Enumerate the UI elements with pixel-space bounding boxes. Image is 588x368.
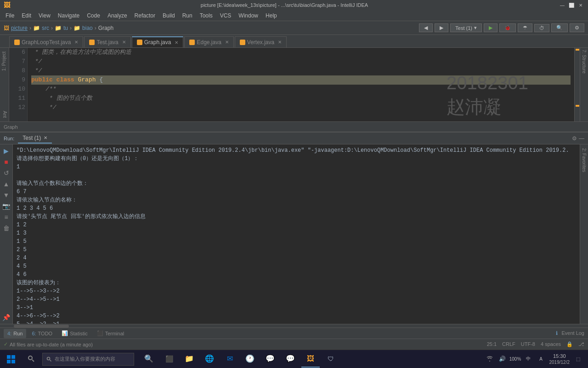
line-endings[interactable]: CRLF	[502, 341, 515, 347]
run-out-7: 1 2 3 4 5 6	[17, 204, 576, 213]
run-camera-button[interactable]: 📷	[2, 201, 11, 211]
tab-graph[interactable]: Graph.java ✕	[132, 36, 184, 47]
debug-button[interactable]: 🐞	[499, 23, 516, 32]
run-stop-button[interactable]: ■	[2, 157, 11, 167]
menu-help[interactable]: Help	[262, 12, 281, 20]
svg-rect-3	[11, 360, 15, 363]
window-controls: — ⬜ ✕	[559, 1, 584, 9]
menu-window[interactable]: Window	[235, 12, 262, 20]
menu-build[interactable]: Build	[159, 12, 179, 20]
security-icon: 🛡	[328, 355, 334, 362]
settings-button[interactable]: ⚙	[570, 23, 584, 32]
tab-close-graph[interactable]: ✕	[175, 40, 178, 45]
project-name[interactable]: picture	[11, 25, 28, 31]
favorites-panel[interactable]: 2: Favorites	[580, 144, 588, 324]
battery-level: 100%	[509, 356, 521, 362]
run-tab-test1[interactable]: Test (1) ✕	[18, 133, 52, 144]
bottom-tab-statistic[interactable]: 📊 Statistic	[58, 329, 91, 338]
run-forward-button[interactable]: ▶	[435, 23, 448, 32]
taskbar-intellij[interactable]: 🖼	[301, 351, 320, 368]
line-numbers: 6 7 8 9 10 11 12	[9, 48, 28, 121]
minimize-button[interactable]: —	[559, 1, 566, 9]
taskbar-wechat[interactable]: 💬	[281, 351, 300, 368]
start-button[interactable]	[2, 351, 20, 368]
search-everywhere-button[interactable]: 🔍	[551, 23, 568, 32]
menu-refactor[interactable]: Refactor	[131, 12, 159, 20]
code-editor[interactable]: * 图类，在构造方法中完成图的构造 */ */ public class Gra…	[28, 48, 574, 121]
menu-edit[interactable]: Edit	[18, 12, 35, 20]
taskbar-search-bar[interactable]: 在这里输入你要搜索的内容	[42, 353, 134, 366]
run-play-button[interactable]: ▶	[2, 146, 11, 155]
file-encoding[interactable]: UTF-8	[521, 341, 535, 347]
run-scroll-up-button[interactable]: ▲	[2, 179, 11, 189]
volume-icon[interactable]: 🔊	[498, 354, 507, 363]
ant-panel-label[interactable]: Ant	[0, 107, 9, 121]
bottom-tab-todo[interactable]: 6: TODO	[28, 329, 56, 338]
cursor-position[interactable]: 25:1	[487, 341, 497, 347]
tab-test[interactable]: Test.java ✕	[84, 36, 130, 47]
event-log-icon[interactable]: ℹ	[556, 330, 558, 336]
run-rerun-button[interactable]: ↺	[2, 168, 11, 178]
biao-name[interactable]: biao	[82, 25, 93, 31]
svg-point-6	[47, 357, 50, 360]
menu-code[interactable]: Code	[83, 12, 104, 20]
menu-analyze[interactable]: Analyze	[104, 12, 131, 20]
file-name[interactable]: Graph	[98, 25, 113, 31]
menu-view[interactable]: View	[35, 12, 54, 20]
menu-file[interactable]: File	[2, 12, 18, 20]
bottom-tab-run[interactable]: 4: Run	[4, 329, 26, 338]
structure-panel[interactable]: 7: Structure	[580, 48, 588, 121]
tab-close-graphlooptest[interactable]: ✕	[74, 40, 78, 45]
run-output[interactable]: "D:\LenovoQMDownload\SoftMgr\IntelliJ ID…	[13, 144, 580, 324]
run-config-dropdown[interactable]: Test (1) ▾	[450, 23, 482, 32]
run-out-11: 1 5	[17, 237, 576, 246]
taskbar-mail[interactable]: ✉	[220, 351, 239, 368]
menu-vcs[interactable]: VCS	[216, 12, 235, 20]
run-panel-minimize[interactable]: —	[579, 135, 584, 142]
run-button[interactable]: ▶	[484, 23, 498, 32]
taskbar-wechat-moments[interactable]: 💬	[261, 351, 279, 368]
run-clear-button[interactable]: 🗑	[2, 224, 11, 233]
network-icon[interactable]	[485, 354, 494, 363]
taskbar-cortana[interactable]: 🔍	[140, 351, 158, 368]
tab-close-edge[interactable]: ✕	[225, 40, 229, 45]
run-tab-close[interactable]: ✕	[44, 135, 47, 140]
run-wrap-button[interactable]: ≡	[2, 213, 11, 222]
coverage-button[interactable]: ☂	[518, 23, 532, 32]
close-button[interactable]: ✕	[577, 1, 584, 9]
tab-close-vertex[interactable]: ✕	[278, 40, 282, 45]
run-back-button[interactable]: ◀	[419, 23, 433, 32]
maximize-button[interactable]: ⬜	[568, 1, 575, 9]
git-icon: ⎇	[578, 341, 584, 347]
menu-run[interactable]: Run	[179, 12, 196, 20]
taskbar-search[interactable]	[22, 351, 40, 368]
editor-scrollbar[interactable]	[574, 48, 580, 121]
src-name[interactable]: src	[42, 25, 49, 31]
keyboard-icon[interactable]: 中	[524, 354, 533, 363]
run-scroll-down-button[interactable]: ▼	[2, 190, 11, 200]
tab-edge[interactable]: Edge.java ✕	[184, 36, 233, 47]
battery-icon[interactable]: 100%	[511, 354, 520, 363]
ime-mode[interactable]: A	[537, 354, 546, 363]
tab-close-test[interactable]: ✕	[122, 40, 126, 45]
tu-name[interactable]: tu	[63, 25, 68, 31]
system-clock[interactable]: 15:30 2019/12/2	[549, 353, 570, 365]
run-pin-button[interactable]: 📌	[2, 313, 11, 322]
project-panel-label[interactable]: 1: Project	[0, 48, 9, 75]
run-output-scrollbar[interactable]	[0, 324, 588, 328]
show-desktop-button[interactable]: ⬚	[573, 354, 582, 363]
indent-info[interactable]: 4 spaces	[541, 341, 561, 347]
menu-tools[interactable]: Tools	[196, 12, 216, 20]
taskbar-clock[interactable]: 🕐	[241, 351, 259, 368]
taskbar-windows-security[interactable]: 🛡	[322, 351, 340, 368]
profile-button[interactable]: ⏱	[534, 24, 549, 32]
run-panel-settings[interactable]: ⚙	[572, 135, 577, 142]
bottom-tab-terminal[interactable]: ⬛ Terminal	[93, 329, 128, 338]
taskbar-task-view[interactable]: ⬛	[160, 351, 178, 368]
tab-vertex[interactable]: Vertex.java ✕	[235, 36, 287, 47]
taskbar-explorer[interactable]: 📁	[180, 351, 198, 368]
menu-navigate[interactable]: Navigate	[54, 12, 83, 20]
taskbar-edge[interactable]: 🌐	[200, 351, 219, 368]
tab-graphlooptest[interactable]: GraphLoopTest.java ✕	[9, 36, 83, 47]
event-log-label[interactable]: Event Log	[561, 330, 584, 336]
